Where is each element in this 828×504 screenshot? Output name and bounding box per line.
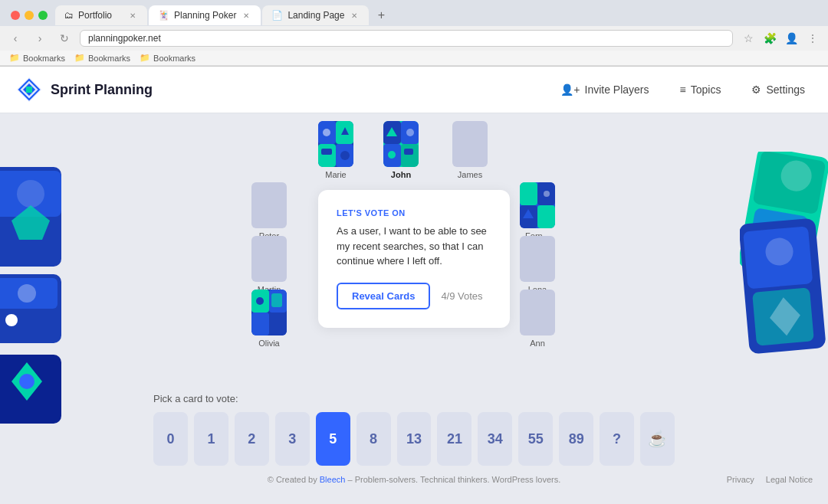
app-header: Sprint Planning 👤+ Invite Players ≡ Topi… [0,67,828,113]
svg-point-11 [5,314,18,326]
player-john: John [383,121,419,179]
tab-portfolio[interactable]: 🗂 Portfolio ✕ [55,5,147,25]
svg-rect-41 [404,149,413,155]
bookmark-icon[interactable]: ☆ [739,29,757,47]
player-martin: Martin [251,236,287,294]
main-area: Marie John James [0,113,828,489]
vote-card-1[interactable]: 1 [194,412,228,466]
player-name-olivia: Olivia [258,339,280,348]
vote-card-13[interactable]: 13 [397,412,432,466]
deco-card-left [0,167,69,427]
svg-point-54 [544,191,550,197]
svg-rect-46 [269,313,287,335]
svg-point-40 [388,151,396,159]
player-lena: Lena [520,236,555,294]
cards-section: Pick a card to vote: 0123581321345589?☕ [0,393,828,466]
footer-text: © Created by [268,475,317,484]
player-card-james [452,121,488,167]
deco-card-right [740,152,828,404]
topics-button[interactable]: ≡ Topics [672,79,729,100]
logo-icon [15,76,43,103]
svg-rect-50 [520,182,537,205]
svg-marker-3 [26,87,32,93]
settings-button[interactable]: ⚙ Settings [744,79,813,100]
vote-panel: LET'S VOTE ON As a user, I want to be ab… [318,190,510,328]
svg-point-39 [406,129,414,136]
tab-close-planning[interactable]: ✕ [241,10,251,21]
address-input[interactable]: planningpoker.net [80,30,733,47]
footer-links: Privacy Legal Notice [727,475,813,484]
topics-icon: ≡ [680,83,686,96]
bookmark-3[interactable]: 📁 Bookmarks [140,53,196,63]
tab-close-portfolio[interactable]: ✕ [127,10,138,21]
player-fern: Fern... [520,182,555,241]
refresh-button[interactable]: ↻ [55,29,74,47]
tab-planning-poker[interactable]: 🃏 Planning Poker ✕ [149,5,261,25]
vote-card-21[interactable]: 21 [437,412,472,466]
toolbar-icons: ☆ 🧩 👤 ⋮ [739,29,822,47]
address-text: planningpoker.net [88,33,161,44]
svg-point-6 [17,180,44,208]
invite-players-button[interactable]: 👤+ Invite Players [553,79,656,100]
forward-button[interactable]: › [31,29,49,47]
vote-card-8[interactable]: 8 [356,412,391,466]
address-bar-row: ‹ › ↻ planningpoker.net ☆ 🧩 👤 ⋮ [0,26,828,51]
cards-row: 0123581321345589?☕ [153,412,675,466]
svg-rect-27 [318,144,336,167]
svg-point-29 [323,129,330,136]
menu-icon[interactable]: ⋮ [803,29,822,47]
svg-point-47 [256,297,264,305]
player-name-john: John [391,170,411,179]
vote-card-3[interactable]: 3 [275,412,310,466]
vote-card-89[interactable]: 89 [559,412,593,466]
vote-card-5[interactable]: 5 [316,412,350,466]
close-btn[interactable] [11,11,20,20]
player-olivia: Olivia [251,290,287,348]
privacy-link[interactable]: Privacy [727,475,754,484]
player-james: James [452,121,488,179]
svg-point-10 [18,284,36,303]
tab-favicon: 🗂 [64,10,74,21]
extensions-icon[interactable]: 🧩 [761,29,779,47]
header-actions: 👤+ Invite Players ≡ Topics ⚙ Settings [553,79,813,100]
svg-rect-37 [401,144,419,167]
bookmark-1[interactable]: 📁 Bookmarks [9,53,65,63]
settings-label: Settings [766,83,805,96]
vote-panel-label: LET'S VOTE ON [337,208,491,218]
maximize-btn[interactable] [38,11,48,20]
player-card-peter [251,182,287,228]
player-card-john [383,121,419,167]
footer: © Created by Bleech – Problem-solvers. T… [0,470,828,489]
vote-card-2[interactable]: 2 [235,412,269,466]
reveal-cards-button[interactable]: Reveal Cards [337,283,430,309]
bookmark-2[interactable]: 📁 Bookmarks [74,53,130,63]
tab-label: Landing Page [288,10,344,21]
vote-card-☕[interactable]: ☕ [640,412,675,466]
player-peter: Peter [251,182,287,241]
tab-landing-page[interactable]: 📄 Landing Page ✕ [262,5,369,25]
tab-favicon: 🃏 [158,10,169,21]
vote-count: 4/9 Votes [441,290,482,302]
vote-card-55[interactable]: 55 [518,412,553,466]
player-marie: Marie [318,121,353,179]
tab-close-landing[interactable]: ✕ [349,10,360,21]
player-card-martin [251,236,287,282]
player-card-marie [318,121,353,167]
tab-label: Portfolio [78,10,112,21]
legal-notice-link[interactable]: Legal Notice [766,475,813,484]
player-name-ann: Ann [530,339,545,348]
vote-card-?[interactable]: ? [600,412,634,466]
footer-brand[interactable]: Bleech [320,475,346,484]
new-tab-button[interactable]: + [370,5,392,26]
player-card-lena [520,236,555,282]
invite-label: Invite Players [585,83,649,96]
topics-label: Topics [691,83,721,96]
bookmarks-bar: 📁 Bookmarks 📁 Bookmarks 📁 Bookmarks [0,51,828,66]
back-button[interactable]: ‹ [6,29,25,47]
settings-icon: ⚙ [751,83,761,96]
profile-icon[interactable]: 👤 [782,29,800,47]
vote-card-0[interactable]: 0 [153,412,188,466]
vote-card-34[interactable]: 34 [478,412,512,466]
player-ann: Ann [520,290,555,348]
minimize-btn[interactable] [25,11,34,20]
